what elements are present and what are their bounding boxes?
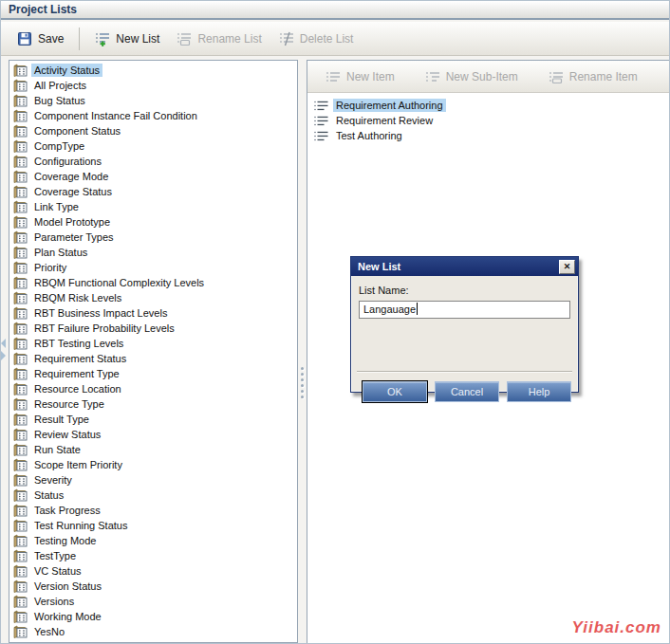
delete-list-label: Delete List	[300, 32, 354, 46]
card-file-icon	[13, 443, 28, 456]
list-item[interactable]: Requirement Type	[9, 366, 297, 381]
list-item-label: RBT Testing Levels	[31, 337, 126, 350]
panel-collapse-handle[interactable]	[1, 339, 8, 365]
help-button[interactable]: Help	[507, 381, 571, 402]
card-file-icon	[13, 413, 28, 426]
rename-item-button[interactable]: Rename Item	[540, 65, 646, 88]
list-item[interactable]: CompType	[9, 138, 297, 154]
card-file-icon	[13, 79, 28, 92]
rename-list-label: Rename List	[197, 32, 261, 46]
floppy-disk-icon	[17, 31, 32, 46]
list-item-label: Component Status	[31, 124, 123, 138]
new-sub-item-label: New Sub-Item	[446, 70, 518, 83]
new-item-label: New Item	[346, 70, 395, 83]
project-lists-window: Project Lists Save New List	[0, 0, 670, 644]
list-item[interactable]: Versions	[9, 594, 297, 609]
card-file-icon	[13, 124, 28, 138]
card-file-icon	[13, 473, 28, 487]
list-item[interactable]: RBT Testing Levels	[9, 336, 297, 351]
list-item[interactable]: RBQM Risk Levels	[9, 290, 297, 305]
list-item[interactable]: Run State	[9, 442, 297, 457]
list-item-label: Plan Status	[31, 246, 90, 259]
list-item[interactable]: Model Prototype	[9, 214, 297, 230]
new-list-dialog: New List ✕ List Name: OK Cancel Help	[350, 256, 579, 393]
list-sub-item-icon	[425, 69, 440, 84]
list-item-label: Run State	[31, 443, 84, 456]
list-item[interactable]: Requirement Status	[9, 351, 297, 366]
list-item[interactable]: Component Instance Fail Condition	[9, 108, 297, 123]
list-item[interactable]: Coverage Mode	[9, 169, 297, 184]
new-sub-item-button[interactable]: New Sub-Item	[417, 65, 527, 88]
list-item[interactable]: Scope Item Priority	[9, 457, 297, 472]
save-label: Save	[38, 32, 64, 46]
panel-splitter[interactable]	[299, 60, 307, 643]
card-file-icon	[13, 215, 28, 229]
list-item-label: Status	[31, 488, 66, 502]
ok-button[interactable]: OK	[363, 381, 427, 402]
list-item-label: YesNo	[31, 625, 67, 638]
list-item-label: Requirement Authoring	[333, 99, 446, 112]
list-rename-icon	[177, 31, 192, 46]
card-file-icon	[13, 625, 28, 638]
list-item[interactable]: Version Status	[9, 579, 297, 594]
list-item[interactable]: Parameter Types	[9, 230, 297, 245]
list-item[interactable]: Priority	[9, 260, 297, 275]
list-item-label: Result Type	[31, 413, 92, 426]
list-item[interactable]: Requirement Authoring	[307, 98, 670, 113]
list-item-label: Task Progress	[31, 504, 103, 517]
list-item[interactable]: Component Status	[9, 123, 297, 138]
card-file-icon	[13, 549, 28, 562]
card-file-icon	[13, 580, 28, 593]
list-item-label: Severity	[31, 473, 75, 487]
list-item[interactable]: RBT Business Impact Levels	[9, 305, 297, 321]
list-item[interactable]: All Projects	[9, 78, 297, 93]
list-item[interactable]: Configurations	[9, 154, 297, 169]
list-item[interactable]: Coverage Status	[9, 184, 297, 199]
list-item[interactable]: RBQM Functional Complexity Levels	[9, 275, 297, 290]
list-item[interactable]: Link Type	[9, 199, 297, 214]
list-item[interactable]: Resource Location	[9, 381, 297, 396]
list-name-input[interactable]	[359, 301, 570, 319]
list-item[interactable]: RBT Failure Probability Levels	[9, 321, 297, 336]
list-item[interactable]: Task Progress	[9, 503, 297, 518]
list-item[interactable]: Requirement Review	[307, 113, 670, 128]
list-item[interactable]: YesNo	[9, 624, 297, 639]
list-item[interactable]: Test Running Status	[9, 518, 297, 533]
card-file-icon	[13, 504, 28, 517]
rename-list-button[interactable]: Rename List	[168, 28, 270, 50]
close-icon[interactable]: ✕	[559, 260, 575, 274]
list-item[interactable]: Resource Type	[9, 396, 297, 412]
delete-item-button[interactable]: Delete Item	[660, 65, 670, 88]
window-title: Project Lists	[9, 3, 77, 16]
list-item[interactable]: Activity Status	[9, 63, 297, 78]
list-item-label: Priority	[31, 261, 69, 274]
list-item[interactable]: Working Mode	[9, 609, 297, 624]
list-item-label: Configurations	[31, 155, 104, 168]
list-item[interactable]: Plan Status	[9, 245, 297, 260]
card-file-icon	[13, 397, 28, 411]
collapse-left-arrow-icon	[1, 339, 6, 348]
items-toolbar: New Item New Sub-Item Rename Ite	[307, 61, 670, 93]
list-item[interactable]: Result Type	[9, 412, 297, 427]
list-item-label: Requirement Type	[31, 367, 122, 380]
list-item-label: Test Authoring	[333, 129, 405, 142]
list-item-label: RBQM Risk Levels	[31, 291, 124, 304]
save-button[interactable]: Save	[9, 28, 72, 50]
project-lists: Activity Status All Projects	[9, 63, 297, 639]
cancel-button[interactable]: Cancel	[435, 381, 499, 402]
list-item[interactable]: TestType	[9, 548, 297, 563]
card-file-icon	[13, 109, 28, 122]
list-item[interactable]: Testing Mode	[9, 533, 297, 548]
list-item[interactable]: Severity	[9, 472, 297, 488]
list-item[interactable]: Test Authoring	[307, 128, 670, 143]
list-item-label: Scope Item Priority	[31, 458, 125, 471]
new-list-button[interactable]: New List	[86, 28, 168, 50]
new-item-button[interactable]: New Item	[317, 65, 403, 88]
list-item[interactable]: Status	[9, 488, 297, 503]
list-item[interactable]: Bug Status	[9, 93, 297, 108]
dialog-title: New List	[358, 261, 559, 272]
delete-list-button[interactable]: Delete List	[270, 28, 363, 50]
list-item[interactable]: Review Status	[9, 427, 297, 442]
list-item[interactable]: VC Status	[9, 563, 297, 579]
card-file-icon	[13, 458, 28, 471]
